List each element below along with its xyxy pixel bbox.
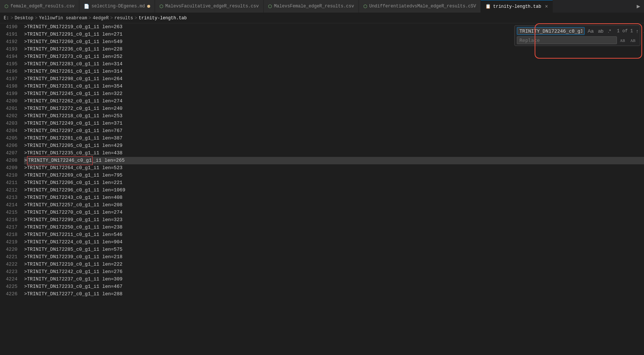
line-number: 4191 (0, 31, 17, 38)
line-number: 4211 (0, 179, 17, 187)
code-line: >TRINITY_DN172273_c0_g1_i1 len=252 (24, 53, 644, 60)
code-line: >TRINITY_DN172235_c0_g1_i1 len=438 (24, 149, 644, 157)
line-number: 4219 (0, 239, 17, 246)
line-number: 4198 (0, 83, 17, 90)
svg-text:AB: AB (630, 39, 635, 43)
code-line: >TRINITY_DN172298_c0_g1_i1 len=264 (24, 75, 644, 83)
code-line: >TRINITY_DN172285_c0_g1_i1 len=575 (24, 246, 644, 253)
line-number: 4223 (0, 268, 17, 276)
breadcrumb-yellowfin[interactable]: Yellowfin seabream (39, 16, 87, 21)
regex-button[interactable]: .* (606, 27, 612, 34)
whole-word-button[interactable]: ab (597, 27, 605, 34)
code-line: >TRINITY_DN172297_c0_g1_i1 len=767 (24, 127, 644, 135)
line-number: 4190 (0, 23, 17, 31)
tab-malevsfacultative[interactable]: ⬡ MalevsFacultative_edgeR_results.csv (155, 0, 264, 13)
replace-all-button[interactable]: AB (629, 37, 638, 44)
line-number: 4199 (0, 90, 17, 98)
csv-icon: ⬡ (159, 4, 163, 9)
line-numbers-gutter: 4190419141924193419441954196419741984199… (0, 23, 20, 355)
tab-label: trinity-length.tab (493, 4, 541, 9)
code-line: >TRINITY_DN172224_c0_g1_i1 len=904 (24, 239, 644, 246)
tab-selecting-degenes[interactable]: 📄 selecting-DEgenes.md (79, 0, 155, 13)
breadcrumb: E: > Desktop > Yellowfin seabream > 4edg… (0, 13, 644, 23)
line-number: 4204 (0, 127, 17, 135)
run-button[interactable]: ▶ (633, 3, 644, 10)
breadcrumb-desktop[interactable]: Desktop (15, 16, 33, 21)
line-number: 4214 (0, 201, 17, 209)
sep4: > (110, 16, 113, 21)
line-number: 4208 (0, 157, 17, 164)
tab-trinity-length[interactable]: 📋 trinity-length.tab × (481, 0, 553, 13)
tab-undifferentiated-vs-male[interactable]: ⬡ UndifferentiatedvsMale_edgeR_results.c… (359, 0, 481, 13)
breadcrumb-4edger[interactable]: 4edgeR (93, 16, 109, 21)
match-case-button[interactable]: Aa (586, 27, 595, 34)
line-number: 4226 (0, 290, 17, 298)
tab-malevsfemale[interactable]: ⬡ MalevsFemale_edgeR_results.csv (264, 0, 359, 13)
sep5: > (135, 16, 137, 21)
tab-label: UndifferentiatedvsMale_edgeR_results.cSV (369, 4, 476, 9)
breadcrumb-file[interactable]: trinity-length.tab (139, 16, 187, 21)
line-number: 4193 (0, 46, 17, 53)
code-text: _i1 len=265 (93, 157, 125, 164)
csv-icon: ⬡ (4, 4, 8, 9)
code-line: >TRINITY_DN172262_c0_g1_i1 len=274 (24, 98, 644, 105)
code-line: >TRINITY_DN172281_c0_g1_i1 len=387 (24, 135, 644, 142)
line-number: 4194 (0, 53, 17, 60)
line-number: 4222 (0, 261, 17, 268)
svg-text:AB: AB (620, 39, 625, 43)
code-line: >TRINITY_DN172218_c0_g1_i1 len=253 (24, 112, 644, 120)
line-number: 4225 (0, 283, 17, 290)
line-number: 4216 (0, 216, 17, 224)
line-number: 4201 (0, 105, 17, 112)
code-line: >TRINITY_DN172210_c0_g1_i1 len=222 (24, 261, 644, 268)
code-line: >TRINITY_DN172206_c0_g1_i1 len=221 (24, 179, 644, 187)
code-line: >TRINITY_DN172277_c0_g1_i1 len=288 (24, 290, 644, 298)
code-line: >TRINITY_DN172272_c0_g1_i1 len=240 (24, 105, 644, 112)
code-content: >TRINITY_DN172219_c0_g1_i1 len=263>TRINI… (20, 23, 644, 355)
find-input[interactable] (517, 27, 585, 35)
tab-close-button[interactable]: × (545, 4, 548, 10)
code-line: >TRINITY_DN172231_c0_g1_i1 len=354 (24, 83, 644, 90)
replace-one-button[interactable]: AB (618, 37, 627, 44)
line-number: 4210 (0, 172, 17, 179)
csv-icon: ⬡ (363, 4, 367, 9)
line-number: 4206 (0, 142, 17, 149)
line-number: 4221 (0, 253, 17, 261)
line-number: 4218 (0, 231, 17, 239)
code-line: >TRINITY_DN172283_c0_g1_i1 len=314 (24, 60, 644, 68)
code-line: >TRINITY_DN172242_c0_g1_i1 len=276 (24, 268, 644, 276)
code-line: >TRINITY_DN172205_c0_g1_i1 len=429 (24, 142, 644, 149)
code-line: >TRINITY_DN172270_c0_g1_i1 len=274 (24, 209, 644, 216)
code-line: >TRINITY_DN172245_c0_g1_i1 len=322 (24, 90, 644, 98)
tab-label: selecting-DEgenes.md (92, 4, 145, 9)
line-number: 4207 (0, 149, 17, 157)
prev-match-button[interactable]: ↑ (634, 27, 640, 35)
code-line: >TRINITY_DN172264_c0_g1_i1 len=523 (24, 164, 644, 172)
code-line: >TRINITY_DN172239_c0_g1_i1 len=218 (24, 253, 644, 261)
breadcrumb-results[interactable]: results (114, 16, 133, 21)
tab-label: MalevsFacultative_edgeR_results.csv (165, 4, 259, 9)
code-line: >TRINITY_DN172250_c0_g1_i1 len=238 (24, 224, 644, 231)
line-number: 4220 (0, 246, 17, 253)
tab-female-edger[interactable]: ⬡ female_edgeR_results.csv (0, 0, 79, 13)
code-line: >TRINITY_DN172237_c0_g1_i1 len=309 (24, 276, 644, 283)
line-number: 4196 (0, 68, 17, 75)
code-line: >TRINITY_DN172299_c0_g1_i1 len=323 (24, 216, 644, 224)
next-match-button[interactable]: ↓ (641, 27, 644, 35)
line-number: 4212 (0, 187, 17, 194)
breadcrumb-e[interactable]: E: (4, 16, 9, 21)
sep3: > (89, 16, 91, 21)
code-line: >TRINITY_DN172296_c0_g1_i1 len=1069 (24, 187, 644, 194)
replace-input[interactable] (517, 36, 617, 44)
tab-icon: 📋 (485, 4, 491, 9)
code-line: >TRINITY_DN172249_c0_g1_i1 len=371 (24, 120, 644, 127)
match-highlight: TRINITY_DN172246_c0_g1 (27, 156, 93, 165)
sep2: > (35, 16, 37, 21)
line-number: 4217 (0, 224, 17, 231)
line-number: 4200 (0, 98, 17, 105)
find-widget: Aa ab .* 1 of 1 ↑ ↓ ≡ × AB (514, 25, 640, 46)
tab-label: MalevsFemale_edgeR_results.csv (274, 4, 354, 9)
code-line: >TRINITY_DN172257_c0_g1_i1 len=208 (24, 201, 644, 209)
md-icon: 📄 (84, 4, 89, 9)
line-number: 4202 (0, 112, 17, 120)
